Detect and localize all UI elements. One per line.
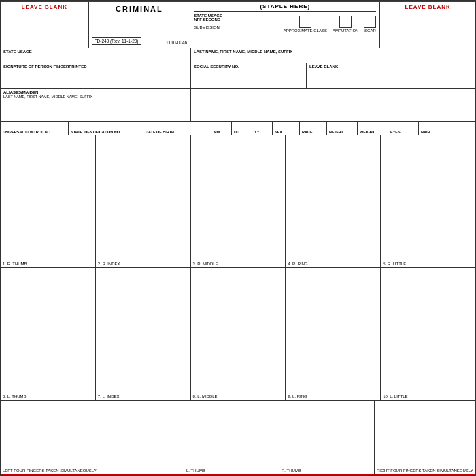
- name-field-label: LAST NAME, FIRST NAME, MIDDLE NAME, SUFF…: [194, 50, 292, 54]
- l-middle-label: 8. L. MIDDLE: [193, 394, 284, 398]
- hair-label: HAIR: [421, 130, 430, 134]
- criminal-center: CRIMINAL FD-249 (Rev. 11-1-20) 1110-0046: [89, 2, 191, 48]
- r-ring-label: 4. R. RING: [288, 262, 378, 266]
- r-ring-cell: 4. R. RING: [286, 135, 381, 267]
- nff-second-label: NFF SECOND: [194, 18, 283, 22]
- r-middle-cell: 3. R. MIDDLE: [191, 135, 286, 267]
- header-row: LEAVE BLANK CRIMINAL FD-249 (Rev. 11-1-2…: [1, 1, 475, 48]
- nff-row: STATE USAGE NFF SECOND: [194, 14, 283, 22]
- l-ring-cell: 9. L. RING: [286, 268, 381, 400]
- staple-header: (STAPLE HERE): [194, 3, 376, 12]
- submission-label: SUBMISSION: [194, 25, 220, 29]
- l-index-label: 7. L. INDEX: [98, 394, 188, 398]
- right-four-cell: RIGHT FOUR FINGERS TAKEN SIMULTANEOUSLY: [375, 401, 475, 474]
- l-little-label: 10. L. LITTLE: [383, 394, 473, 398]
- staple-left: STATE USAGE NFF SECOND SUBMISSION: [194, 14, 283, 33]
- state-usage-field-label: STATE USAGE: [3, 50, 32, 54]
- form-id: FD-249 (Rev. 11-1-20): [92, 37, 141, 45]
- aliases-sub-label: LAST NAME, FIRST NAME, MIDDLE NAME, SUFF…: [3, 95, 92, 99]
- name-cell: LAST NAME, FIRST NAME, MIDDLE NAME, SUFF…: [191, 48, 475, 63]
- height-cell: HEIGHT: [327, 122, 358, 135]
- checkbox-amputation: AMPUTATION: [333, 16, 358, 33]
- leave-blank-left: LEAVE BLANK: [1, 2, 89, 48]
- ucn-cell: UNIVERSAL CONTROL NO.: [1, 122, 69, 135]
- staple-checkboxes: APPROXIMATE CLASS AMPUTATION SCAR: [284, 16, 377, 33]
- mm-cell: MM: [211, 122, 232, 135]
- r-little-cell: 5. R. LITTLE: [381, 135, 475, 267]
- left-four-label: LEFT FOUR FINGERS TAKEN SIMULTANEOUSLY: [3, 469, 182, 473]
- sig-row: SIGNATURE OF PERSON FINGERPRINTED SOCIAL…: [1, 63, 475, 89]
- right-four-label: RIGHT FOUR FINGERS TAKEN SIMULTANEOUSLY: [377, 469, 473, 473]
- r-thumb-simul-label: R. THUMB: [282, 469, 372, 473]
- simultaneous-row: LEFT FOUR FINGERS TAKEN SIMULTANEOUSLY L…: [1, 401, 475, 475]
- r-thumb-cell: 1. R. THUMB: [1, 135, 96, 267]
- dob-label: DATE OF BIRTH: [146, 130, 174, 134]
- eyes-cell: EYES: [388, 122, 419, 135]
- checkbox-approx-box: [299, 16, 311, 28]
- l-thumb-simul-label: L. THUMB: [186, 469, 277, 473]
- state-usage-cell: STATE USAGE: [1, 48, 191, 63]
- ssn-cell: SOCIAL SECURITY NO.: [191, 63, 307, 88]
- checkbox-scar: SCAR: [364, 16, 376, 33]
- checkbox-scar-box: [364, 16, 376, 28]
- state-id-cell: STATE IDENTIFICATION NO.: [69, 122, 143, 135]
- dd-label: DD: [234, 130, 239, 134]
- approx-label: APPROXIMATE CLASS: [284, 29, 327, 33]
- aliases-row: ALIASES/MAIDEN LAST NAME, FIRST NAME, MI…: [1, 89, 475, 122]
- state-name-row: STATE USAGE LAST NAME, FIRST NAME, MIDDL…: [1, 48, 475, 63]
- submission-row: SUBMISSION: [194, 25, 283, 29]
- signature-cell: SIGNATURE OF PERSON FINGERPRINTED: [1, 63, 191, 88]
- staple-section: (STAPLE HERE) STATE USAGE NFF SECOND SUB…: [190, 2, 380, 48]
- amputation-label: AMPUTATION: [333, 29, 358, 33]
- l-thumb-label: 6. L. THUMB: [3, 394, 93, 398]
- scar-label: SCAR: [364, 29, 376, 33]
- r-index-cell: 2. R. INDEX: [96, 135, 191, 267]
- staple-content: STATE USAGE NFF SECOND SUBMISSION APPROX…: [194, 14, 376, 33]
- demographics-row: UNIVERSAL CONTROL NO. STATE IDENTIFICATI…: [1, 122, 475, 135]
- sex-label: SEX: [275, 130, 282, 134]
- eyes-label: EYES: [390, 130, 401, 134]
- l-thumb-simul-cell: L. THUMB: [184, 401, 279, 474]
- ucn-label: UNIVERSAL CONTROL NO.: [3, 130, 52, 134]
- r-thumb-label: 1. R. THUMB: [3, 262, 93, 266]
- form-number: 1110-0046: [166, 40, 187, 45]
- r-middle-label: 3. R. MIDDLE: [193, 262, 284, 266]
- leave-blank-field-label: LEAVE BLANK: [309, 65, 338, 69]
- l-middle-cell: 8. L. MIDDLE: [191, 268, 286, 400]
- left-hand-fp-row: 6. L. THUMB 7. L. INDEX 8. L. MIDDLE 9. …: [1, 268, 475, 401]
- form-id-row: FD-249 (Rev. 11-1-20) 1110-0046: [92, 37, 188, 46]
- l-little-cell: 10. L. LITTLE: [381, 268, 475, 400]
- r-little-label: 5. R. LITTLE: [383, 262, 473, 266]
- yy-cell: YY: [252, 122, 273, 135]
- r-thumb-simul-cell: R. THUMB: [279, 401, 375, 474]
- checkbox-approx: APPROXIMATE CLASS: [284, 16, 327, 33]
- leave-blank-right: LEAVE BLANK: [380, 2, 475, 48]
- l-ring-label: 9. L. RING: [288, 394, 378, 398]
- aliases-cell: ALIASES/MAIDEN LAST NAME, FIRST NAME, MI…: [1, 89, 191, 121]
- left-four-cell: LEFT FOUR FINGERS TAKEN SIMULTANEOUSLY: [1, 401, 184, 474]
- weight-cell: WEIGHT: [358, 122, 388, 135]
- mm-label: MM: [214, 130, 220, 134]
- height-label: HEIGHT: [329, 130, 343, 134]
- dob-cell: DATE OF BIRTH: [143, 122, 211, 135]
- weight-label: WEIGHT: [360, 130, 375, 134]
- aliases-right-empty: [191, 89, 475, 121]
- state-id-label: STATE IDENTIFICATION NO.: [71, 130, 121, 134]
- fingerprint-card: LEAVE BLANK CRIMINAL FD-249 (Rev. 11-1-2…: [0, 0, 476, 476]
- hair-cell: HAIR: [419, 122, 475, 135]
- leave-blank-field-cell: LEAVE BLANK: [307, 63, 475, 88]
- race-label: RACE: [302, 130, 313, 134]
- l-thumb-cell: 6. L. THUMB: [1, 268, 96, 400]
- checkbox-amputation-box: [339, 16, 352, 28]
- signature-label: SIGNATURE OF PERSON FINGERPRINTED: [3, 65, 87, 69]
- race-cell: RACE: [300, 122, 327, 135]
- r-index-label: 2. R. INDEX: [98, 262, 188, 266]
- dd-cell: DD: [232, 122, 252, 135]
- l-index-cell: 7. L. INDEX: [96, 268, 191, 400]
- right-hand-fp-row: 1. R. THUMB 2. R. INDEX 3. R. MIDDLE 4. …: [1, 135, 475, 268]
- yy-label: YY: [254, 130, 259, 134]
- sex-cell: SEX: [273, 122, 300, 135]
- criminal-title: CRIMINAL: [116, 5, 163, 13]
- ssn-label: SOCIAL SECURITY NO.: [194, 65, 239, 69]
